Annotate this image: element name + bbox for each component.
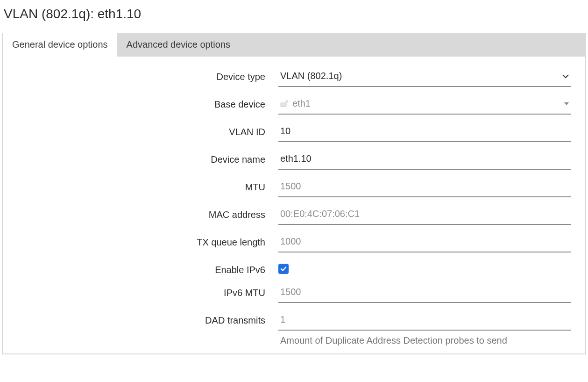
label-mac-address: MAC address [17, 206, 278, 220]
label-enable-ipv6: Enable IPv6 [17, 261, 278, 275]
tab-advanced[interactable]: Advanced device options [117, 33, 240, 57]
row-base-device: Base device eth1 [17, 87, 571, 115]
row-device-type: Device type VLAN (802.1q) [17, 59, 571, 87]
dad-transmits-input[interactable]: 1 [278, 311, 571, 331]
network-interface-icon [280, 100, 289, 108]
row-mtu: MTU 1500 [17, 170, 571, 197]
device-name-input[interactable]: eth1.10 [278, 151, 571, 170]
page-title: VLAN (802.1q): eth1.10 [2, 5, 586, 33]
label-base-device: Base device [17, 95, 278, 110]
ipv6-mtu-input[interactable]: 1500 [278, 284, 571, 303]
row-device-name: Device name eth1.10 [17, 142, 571, 170]
row-enable-ipv6: Enable IPv6 [17, 252, 571, 275]
label-txqueuelen: TX queue length [17, 233, 278, 248]
mtu-input[interactable]: 1500 [278, 178, 571, 197]
base-device-value: eth1 [292, 98, 311, 109]
label-mtu: MTU [17, 178, 278, 193]
txqueuelen-input[interactable]: 1000 [278, 233, 571, 252]
label-device-name: Device name [17, 151, 278, 165]
tab-general[interactable]: General device options [3, 33, 117, 57]
label-vlan-id: VLAN ID [17, 123, 278, 137]
label-dad-transmits: DAD transmits [17, 311, 278, 326]
txqueuelen-placeholder: 1000 [280, 236, 301, 247]
mtu-placeholder: 1500 [280, 181, 301, 192]
row-ipv6-mtu: IPv6 MTU 1500 [17, 275, 571, 303]
mac-address-placeholder: 00:E0:4C:07:06:C1 [280, 209, 360, 219]
base-device-select[interactable]: eth1 [278, 95, 571, 115]
label-device-type: Device type [17, 68, 278, 82]
enable-ipv6-checkbox[interactable] [278, 264, 289, 274]
row-mac-address: MAC address 00:E0:4C:07:06:C1 [17, 197, 571, 225]
vlan-id-input[interactable]: 10 [278, 123, 571, 142]
chevron-down-icon [558, 72, 569, 80]
mac-address-input[interactable]: 00:E0:4C:07:06:C1 [278, 206, 571, 225]
row-vlan-id: VLAN ID 10 [17, 115, 571, 142]
check-icon [280, 266, 287, 272]
tabs-bar: General device options Advanced device o… [3, 33, 585, 57]
device-name-value: eth1.10 [280, 153, 312, 164]
svg-point-1 [286, 100, 288, 102]
device-options-panel: General device options Advanced device o… [2, 33, 586, 354]
ipv6-mtu-placeholder: 1500 [280, 287, 301, 297]
vlan-id-value: 10 [280, 126, 290, 137]
dad-transmits-placeholder: 1 [280, 314, 285, 325]
dropdown-caret-icon [560, 101, 569, 107]
device-type-select[interactable]: VLAN (802.1q) [278, 68, 571, 87]
label-ipv6-mtu: IPv6 MTU [17, 284, 278, 298]
device-type-value: VLAN (802.1q) [280, 71, 342, 81]
dad-transmits-help: Amount of Duplicate Address Detection pr… [278, 331, 571, 346]
row-dad-transmits: DAD transmits 1 Amount of Duplicate Addr… [17, 303, 571, 346]
svg-rect-0 [281, 103, 286, 107]
general-form: Device type VLAN (802.1q) Base device et… [3, 57, 585, 353]
row-txqueuelen: TX queue length 1000 [17, 225, 571, 252]
